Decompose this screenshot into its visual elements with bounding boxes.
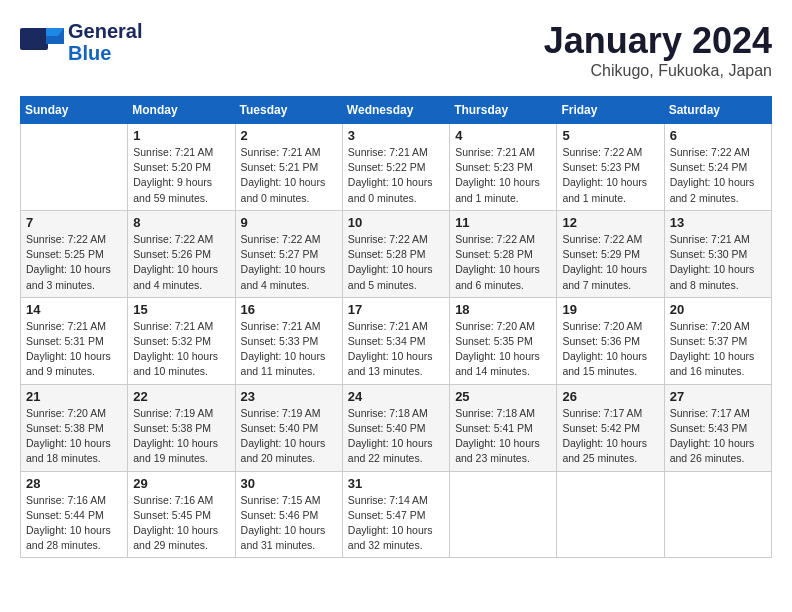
calendar-cell: 15Sunrise: 7:21 AMSunset: 5:32 PMDayligh… [128,297,235,384]
day-info: Sunrise: 7:21 AMSunset: 5:23 PMDaylight:… [455,145,551,206]
calendar-cell [450,471,557,558]
day-info: Sunrise: 7:20 AMSunset: 5:37 PMDaylight:… [670,319,766,380]
calendar-cell: 5Sunrise: 7:22 AMSunset: 5:23 PMDaylight… [557,124,664,211]
calendar-cell: 1Sunrise: 7:21 AMSunset: 5:20 PMDaylight… [128,124,235,211]
logo-text-line1: General [68,20,142,42]
day-info: Sunrise: 7:19 AMSunset: 5:38 PMDaylight:… [133,406,229,467]
day-info: Sunrise: 7:21 AMSunset: 5:31 PMDaylight:… [26,319,122,380]
calendar-cell: 13Sunrise: 7:21 AMSunset: 5:30 PMDayligh… [664,210,771,297]
day-number: 9 [241,215,337,230]
day-info: Sunrise: 7:21 AMSunset: 5:32 PMDaylight:… [133,319,229,380]
day-number: 14 [26,302,122,317]
day-info: Sunrise: 7:22 AMSunset: 5:28 PMDaylight:… [455,232,551,293]
day-number: 17 [348,302,444,317]
calendar-cell: 6Sunrise: 7:22 AMSunset: 5:24 PMDaylight… [664,124,771,211]
day-info: Sunrise: 7:22 AMSunset: 5:24 PMDaylight:… [670,145,766,206]
day-info: Sunrise: 7:22 AMSunset: 5:23 PMDaylight:… [562,145,658,206]
page-header: General Blue January 2024 Chikugo, Fukuo… [20,20,772,80]
calendar-cell: 3Sunrise: 7:21 AMSunset: 5:22 PMDaylight… [342,124,449,211]
day-info: Sunrise: 7:21 AMSunset: 5:34 PMDaylight:… [348,319,444,380]
day-info: Sunrise: 7:15 AMSunset: 5:46 PMDaylight:… [241,493,337,554]
day-number: 15 [133,302,229,317]
day-info: Sunrise: 7:20 AMSunset: 5:36 PMDaylight:… [562,319,658,380]
header-tuesday: Tuesday [235,97,342,124]
header-wednesday: Wednesday [342,97,449,124]
day-info: Sunrise: 7:21 AMSunset: 5:33 PMDaylight:… [241,319,337,380]
day-number: 22 [133,389,229,404]
day-info: Sunrise: 7:18 AMSunset: 5:40 PMDaylight:… [348,406,444,467]
day-number: 31 [348,476,444,491]
calendar-cell: 11Sunrise: 7:22 AMSunset: 5:28 PMDayligh… [450,210,557,297]
calendar-week-row: 14Sunrise: 7:21 AMSunset: 5:31 PMDayligh… [21,297,772,384]
day-number: 8 [133,215,229,230]
day-info: Sunrise: 7:14 AMSunset: 5:47 PMDaylight:… [348,493,444,554]
calendar-week-row: 28Sunrise: 7:16 AMSunset: 5:44 PMDayligh… [21,471,772,558]
day-info: Sunrise: 7:17 AMSunset: 5:43 PMDaylight:… [670,406,766,467]
calendar-cell: 28Sunrise: 7:16 AMSunset: 5:44 PMDayligh… [21,471,128,558]
calendar-cell: 10Sunrise: 7:22 AMSunset: 5:28 PMDayligh… [342,210,449,297]
day-number: 25 [455,389,551,404]
day-info: Sunrise: 7:21 AMSunset: 5:21 PMDaylight:… [241,145,337,206]
logo-text-line2: Blue [68,42,142,64]
header-thursday: Thursday [450,97,557,124]
day-number: 23 [241,389,337,404]
calendar-week-row: 7Sunrise: 7:22 AMSunset: 5:25 PMDaylight… [21,210,772,297]
day-number: 26 [562,389,658,404]
calendar-cell: 2Sunrise: 7:21 AMSunset: 5:21 PMDaylight… [235,124,342,211]
day-number: 10 [348,215,444,230]
day-number: 12 [562,215,658,230]
calendar-cell: 18Sunrise: 7:20 AMSunset: 5:35 PMDayligh… [450,297,557,384]
day-info: Sunrise: 7:22 AMSunset: 5:29 PMDaylight:… [562,232,658,293]
calendar-cell: 12Sunrise: 7:22 AMSunset: 5:29 PMDayligh… [557,210,664,297]
calendar-header-row: SundayMondayTuesdayWednesdayThursdayFrid… [21,97,772,124]
calendar-cell: 19Sunrise: 7:20 AMSunset: 5:36 PMDayligh… [557,297,664,384]
day-number: 24 [348,389,444,404]
calendar-cell: 29Sunrise: 7:16 AMSunset: 5:45 PMDayligh… [128,471,235,558]
day-info: Sunrise: 7:16 AMSunset: 5:45 PMDaylight:… [133,493,229,554]
calendar-cell: 9Sunrise: 7:22 AMSunset: 5:27 PMDaylight… [235,210,342,297]
day-number: 29 [133,476,229,491]
title-block: January 2024 Chikugo, Fukuoka, Japan [544,20,772,80]
calendar-cell: 21Sunrise: 7:20 AMSunset: 5:38 PMDayligh… [21,384,128,471]
calendar-cell [21,124,128,211]
calendar-cell [664,471,771,558]
calendar-cell: 27Sunrise: 7:17 AMSunset: 5:43 PMDayligh… [664,384,771,471]
header-monday: Monday [128,97,235,124]
day-number: 18 [455,302,551,317]
day-number: 19 [562,302,658,317]
calendar-cell: 22Sunrise: 7:19 AMSunset: 5:38 PMDayligh… [128,384,235,471]
day-info: Sunrise: 7:21 AMSunset: 5:30 PMDaylight:… [670,232,766,293]
day-number: 16 [241,302,337,317]
calendar-cell: 26Sunrise: 7:17 AMSunset: 5:42 PMDayligh… [557,384,664,471]
page-title: January 2024 [544,20,772,62]
day-number: 13 [670,215,766,230]
calendar-cell: 14Sunrise: 7:21 AMSunset: 5:31 PMDayligh… [21,297,128,384]
day-info: Sunrise: 7:20 AMSunset: 5:35 PMDaylight:… [455,319,551,380]
day-info: Sunrise: 7:19 AMSunset: 5:40 PMDaylight:… [241,406,337,467]
header-sunday: Sunday [21,97,128,124]
calendar-week-row: 1Sunrise: 7:21 AMSunset: 5:20 PMDaylight… [21,124,772,211]
calendar-cell: 4Sunrise: 7:21 AMSunset: 5:23 PMDaylight… [450,124,557,211]
day-info: Sunrise: 7:22 AMSunset: 5:26 PMDaylight:… [133,232,229,293]
calendar-cell [557,471,664,558]
calendar-table: SundayMondayTuesdayWednesdayThursdayFrid… [20,96,772,558]
day-number: 5 [562,128,658,143]
header-saturday: Saturday [664,97,771,124]
day-number: 27 [670,389,766,404]
day-number: 4 [455,128,551,143]
day-number: 30 [241,476,337,491]
logo: General Blue [20,20,142,64]
day-info: Sunrise: 7:21 AMSunset: 5:22 PMDaylight:… [348,145,444,206]
day-number: 28 [26,476,122,491]
page-subtitle: Chikugo, Fukuoka, Japan [544,62,772,80]
day-info: Sunrise: 7:17 AMSunset: 5:42 PMDaylight:… [562,406,658,467]
calendar-cell: 23Sunrise: 7:19 AMSunset: 5:40 PMDayligh… [235,384,342,471]
day-info: Sunrise: 7:22 AMSunset: 5:25 PMDaylight:… [26,232,122,293]
day-info: Sunrise: 7:18 AMSunset: 5:41 PMDaylight:… [455,406,551,467]
calendar-cell: 20Sunrise: 7:20 AMSunset: 5:37 PMDayligh… [664,297,771,384]
day-info: Sunrise: 7:20 AMSunset: 5:38 PMDaylight:… [26,406,122,467]
calendar-cell: 25Sunrise: 7:18 AMSunset: 5:41 PMDayligh… [450,384,557,471]
calendar-cell: 8Sunrise: 7:22 AMSunset: 5:26 PMDaylight… [128,210,235,297]
day-number: 1 [133,128,229,143]
calendar-week-row: 21Sunrise: 7:20 AMSunset: 5:38 PMDayligh… [21,384,772,471]
